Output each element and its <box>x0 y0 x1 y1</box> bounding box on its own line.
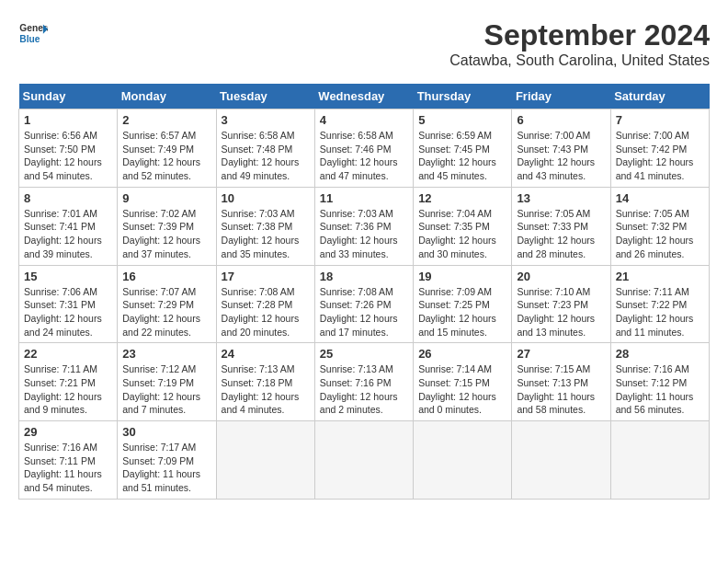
logo-icon: General Blue <box>18 18 48 48</box>
day-info: Sunrise: 7:09 AMSunset: 7:25 PMDaylight:… <box>418 285 506 339</box>
days-header-row: Sunday Monday Tuesday Wednesday Thursday… <box>19 84 710 109</box>
page-header: General Blue September 2024 Catawba, Sou… <box>18 18 710 69</box>
header-monday: Monday <box>118 84 216 109</box>
day-info: Sunrise: 7:05 AMSunset: 7:33 PMDaylight:… <box>517 207 605 261</box>
svg-text:Blue: Blue <box>19 34 40 44</box>
day-info: Sunrise: 7:00 AMSunset: 7:42 PMDaylight:… <box>616 129 704 183</box>
table-row: 25Sunrise: 7:13 AMSunset: 7:16 PMDayligh… <box>314 343 413 421</box>
day-info: Sunrise: 7:14 AMSunset: 7:15 PMDaylight:… <box>418 362 506 417</box>
day-info: Sunrise: 6:57 AMSunset: 7:49 PMDaylight:… <box>122 129 210 183</box>
day-number: 21 <box>616 270 704 283</box>
table-row: 4Sunrise: 6:58 AMSunset: 7:46 PMDaylight… <box>314 109 413 188</box>
day-number: 7 <box>616 113 704 127</box>
day-number: 28 <box>616 347 704 361</box>
day-number: 10 <box>222 191 310 205</box>
day-number: 4 <box>320 113 408 127</box>
table-row: 17Sunrise: 7:08 AMSunset: 7:28 PMDayligh… <box>216 265 314 343</box>
day-number: 12 <box>418 191 506 205</box>
table-row: 1Sunrise: 6:56 AMSunset: 7:50 PMDaylight… <box>19 109 118 188</box>
day-info: Sunrise: 7:11 AMSunset: 7:21 PMDaylight:… <box>24 362 112 417</box>
header-wednesday: Wednesday <box>314 84 413 109</box>
day-number: 19 <box>418 270 506 283</box>
logo: General Blue <box>18 18 48 48</box>
table-row: 23Sunrise: 7:12 AMSunset: 7:19 PMDayligh… <box>118 343 216 421</box>
day-number: 15 <box>24 270 112 283</box>
table-row: 11Sunrise: 7:03 AMSunset: 7:36 PMDayligh… <box>314 187 413 265</box>
table-row <box>610 421 709 500</box>
calendar-title: September 2024 <box>449 18 710 52</box>
day-info: Sunrise: 7:07 AMSunset: 7:29 PMDaylight:… <box>122 285 210 339</box>
day-number: 16 <box>122 270 210 283</box>
day-number: 6 <box>517 113 605 127</box>
table-row: 6Sunrise: 7:00 AMSunset: 7:43 PMDaylight… <box>512 109 610 188</box>
header-tuesday: Tuesday <box>216 84 314 109</box>
table-row: 5Sunrise: 6:59 AMSunset: 7:45 PMDaylight… <box>414 109 512 188</box>
day-info: Sunrise: 7:13 AMSunset: 7:16 PMDaylight:… <box>320 362 408 417</box>
day-info: Sunrise: 7:03 AMSunset: 7:36 PMDaylight:… <box>320 207 408 261</box>
day-number: 20 <box>517 270 605 283</box>
day-number: 3 <box>222 113 310 127</box>
title-section: September 2024 Catawba, South Carolina, … <box>449 18 710 69</box>
table-row: 9Sunrise: 7:02 AMSunset: 7:39 PMDaylight… <box>118 187 216 265</box>
day-number: 5 <box>418 113 506 127</box>
day-number: 25 <box>320 347 408 361</box>
table-row: 7Sunrise: 7:00 AMSunset: 7:42 PMDaylight… <box>610 109 709 188</box>
day-number: 27 <box>517 347 605 361</box>
day-info: Sunrise: 7:17 AMSunset: 7:09 PMDaylight:… <box>122 441 210 495</box>
table-row: 28Sunrise: 7:16 AMSunset: 7:12 PMDayligh… <box>610 343 709 421</box>
day-number: 9 <box>122 191 210 205</box>
day-info: Sunrise: 7:13 AMSunset: 7:18 PMDaylight:… <box>222 362 310 417</box>
day-number: 29 <box>24 425 112 439</box>
table-row: 26Sunrise: 7:14 AMSunset: 7:15 PMDayligh… <box>414 343 512 421</box>
table-row <box>512 421 610 500</box>
day-info: Sunrise: 7:02 AMSunset: 7:39 PMDaylight:… <box>122 207 210 261</box>
day-info: Sunrise: 7:01 AMSunset: 7:41 PMDaylight:… <box>24 207 112 261</box>
day-info: Sunrise: 7:04 AMSunset: 7:35 PMDaylight:… <box>418 207 506 261</box>
day-number: 2 <box>122 113 210 127</box>
day-info: Sunrise: 7:15 AMSunset: 7:13 PMDaylight:… <box>517 362 605 417</box>
day-info: Sunrise: 7:06 AMSunset: 7:31 PMDaylight:… <box>24 285 112 339</box>
table-row: 8Sunrise: 7:01 AMSunset: 7:41 PMDaylight… <box>19 187 118 265</box>
table-row <box>314 421 413 500</box>
day-number: 24 <box>222 347 310 361</box>
day-number: 8 <box>24 191 112 205</box>
table-row: 18Sunrise: 7:08 AMSunset: 7:26 PMDayligh… <box>314 265 413 343</box>
table-row: 10Sunrise: 7:03 AMSunset: 7:38 PMDayligh… <box>216 187 314 265</box>
day-info: Sunrise: 7:10 AMSunset: 7:23 PMDaylight:… <box>517 285 605 339</box>
day-number: 23 <box>122 347 210 361</box>
table-row: 21Sunrise: 7:11 AMSunset: 7:22 PMDayligh… <box>610 265 709 343</box>
table-row: 3Sunrise: 6:58 AMSunset: 7:48 PMDaylight… <box>216 109 314 188</box>
table-row: 12Sunrise: 7:04 AMSunset: 7:35 PMDayligh… <box>414 187 512 265</box>
table-row <box>414 421 512 500</box>
header-thursday: Thursday <box>414 84 512 109</box>
day-info: Sunrise: 6:58 AMSunset: 7:46 PMDaylight:… <box>320 129 408 183</box>
day-number: 1 <box>24 113 112 127</box>
table-row: 13Sunrise: 7:05 AMSunset: 7:33 PMDayligh… <box>512 187 610 265</box>
table-row <box>216 421 314 500</box>
table-row: 29Sunrise: 7:16 AMSunset: 7:11 PMDayligh… <box>19 421 118 500</box>
day-info: Sunrise: 7:03 AMSunset: 7:38 PMDaylight:… <box>222 207 310 261</box>
day-number: 13 <box>517 191 605 205</box>
day-info: Sunrise: 7:00 AMSunset: 7:43 PMDaylight:… <box>517 129 605 183</box>
header-sunday: Sunday <box>19 84 118 109</box>
day-info: Sunrise: 7:16 AMSunset: 7:11 PMDaylight:… <box>24 441 112 495</box>
day-info: Sunrise: 6:59 AMSunset: 7:45 PMDaylight:… <box>418 129 506 183</box>
table-row: 27Sunrise: 7:15 AMSunset: 7:13 PMDayligh… <box>512 343 610 421</box>
table-row: 24Sunrise: 7:13 AMSunset: 7:18 PMDayligh… <box>216 343 314 421</box>
table-row: 16Sunrise: 7:07 AMSunset: 7:29 PMDayligh… <box>118 265 216 343</box>
day-info: Sunrise: 6:56 AMSunset: 7:50 PMDaylight:… <box>24 129 112 183</box>
day-info: Sunrise: 7:05 AMSunset: 7:32 PMDaylight:… <box>616 207 704 261</box>
day-number: 14 <box>616 191 704 205</box>
day-info: Sunrise: 7:12 AMSunset: 7:19 PMDaylight:… <box>122 362 210 417</box>
day-info: Sunrise: 7:16 AMSunset: 7:12 PMDaylight:… <box>616 362 704 417</box>
table-row: 20Sunrise: 7:10 AMSunset: 7:23 PMDayligh… <box>512 265 610 343</box>
day-number: 18 <box>320 270 408 283</box>
day-number: 30 <box>122 425 210 439</box>
header-saturday: Saturday <box>610 84 709 109</box>
table-row: 19Sunrise: 7:09 AMSunset: 7:25 PMDayligh… <box>414 265 512 343</box>
day-info: Sunrise: 6:58 AMSunset: 7:48 PMDaylight:… <box>222 129 310 183</box>
day-info: Sunrise: 7:08 AMSunset: 7:28 PMDaylight:… <box>222 285 310 339</box>
calendar-table: Sunday Monday Tuesday Wednesday Thursday… <box>18 84 710 500</box>
day-info: Sunrise: 7:08 AMSunset: 7:26 PMDaylight:… <box>320 285 408 339</box>
day-number: 17 <box>222 270 310 283</box>
